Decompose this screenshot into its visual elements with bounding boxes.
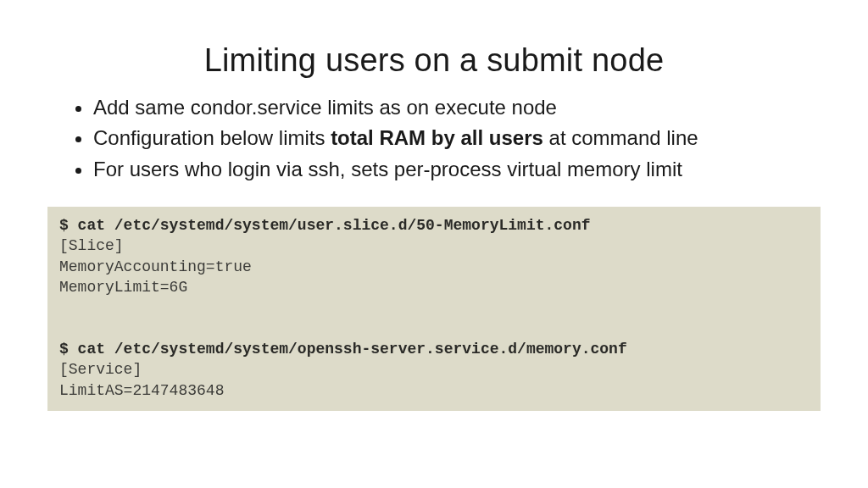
code-line: [Service] xyxy=(59,361,142,378)
code-block: $ cat /etc/systemd/system/user.slice.d/5… xyxy=(47,207,821,411)
slide-title: Limiting users on a submit node xyxy=(0,0,868,94)
bullet-text: Configuration below limits xyxy=(93,126,331,149)
code-line: MemoryAccounting=true xyxy=(59,258,252,275)
bullet-text: at command line xyxy=(543,126,698,149)
slide: Limiting users on a submit node Add same… xyxy=(0,0,868,488)
bullet-item: For users who login via ssh, sets per-pr… xyxy=(93,156,817,183)
bullet-bold: total RAM by all users xyxy=(331,126,543,149)
code-command: $ cat /etc/systemd/system/user.slice.d/5… xyxy=(59,217,591,234)
bullet-item: Add same condor.service limits as on exe… xyxy=(93,94,817,121)
code-line: LimitAS=2147483648 xyxy=(59,382,224,399)
bullet-item: Configuration below limits total RAM by … xyxy=(93,125,817,152)
bullet-list: Add same condor.service limits as on exe… xyxy=(0,94,868,183)
code-line: [Slice] xyxy=(59,237,124,254)
code-line: MemoryLimit=6G xyxy=(59,279,187,296)
code-command: $ cat /etc/systemd/system/openssh-server… xyxy=(59,341,627,358)
